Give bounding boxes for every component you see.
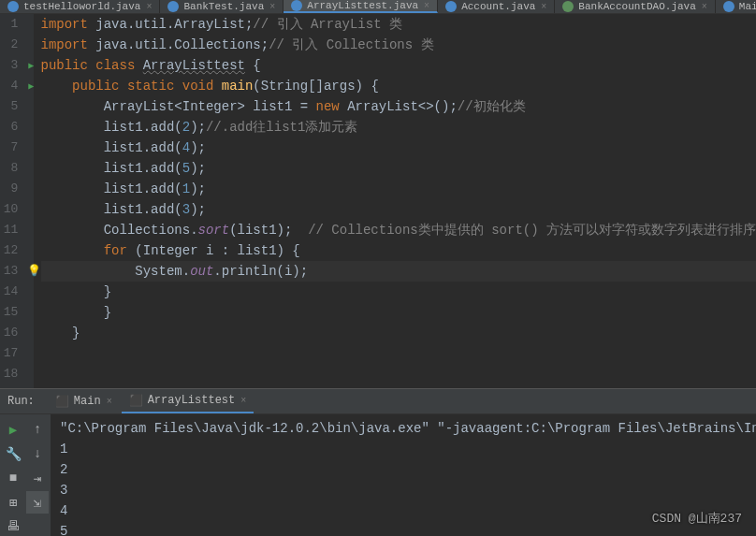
code-line[interactable]: Collections.sort(list1); // Collections类…	[41, 220, 757, 240]
interface-icon	[562, 1, 574, 12]
code-line[interactable]: }	[41, 282, 757, 302]
down-icon[interactable]: ↓	[26, 442, 49, 465]
run-tab[interactable]: ⬛ArrayListtest×	[122, 390, 254, 413]
close-icon[interactable]: ×	[702, 2, 707, 12]
code-line[interactable]: ArrayList<Integer> list1 = new ArrayList…	[41, 96, 757, 117]
line-number: 3	[0, 55, 18, 76]
class-icon	[291, 0, 302, 11]
tab-label: ArrayListtest.java	[307, 0, 418, 11]
line-number: 5	[0, 96, 18, 117]
code-line[interactable]: list1.add(4);	[41, 138, 757, 158]
code-line[interactable]	[41, 343, 757, 364]
line-number: 7	[0, 138, 18, 158]
layout-icon[interactable]: ⊞	[2, 491, 24, 514]
code-line[interactable]: public static void main(String[]args) {	[41, 76, 757, 96]
close-icon[interactable]: ×	[240, 396, 246, 406]
tab-label: testHelloworld.java	[23, 1, 140, 12]
run-panel-header: Run: ⬛Main×⬛ArrayListtest×	[0, 388, 756, 414]
run-panel-body: ▶ ↑ 🔧 ↓ ■ ⇥ ⊞ ⇲ 🖶 "C:\Program Files\Java…	[0, 414, 756, 536]
editor-tab[interactable]: Account.java×	[438, 0, 555, 13]
tab-label: Main.j	[739, 1, 756, 12]
line-number: 18	[0, 364, 18, 384]
run-tab[interactable]: ⬛Main×	[48, 390, 120, 413]
line-number: 4	[0, 76, 18, 96]
wrench-icon[interactable]: 🔧	[2, 442, 24, 465]
line-number: 11	[0, 220, 18, 240]
editor-tab[interactable]: testHelloworld.java×	[0, 0, 160, 13]
rerun-icon[interactable]: ▶	[2, 418, 24, 441]
code-line[interactable]: list1.add(5);	[41, 158, 757, 179]
code-line[interactable]: System.out.println(i);	[41, 261, 757, 282]
code-line[interactable]: }	[41, 323, 757, 343]
line-number: 1	[0, 14, 18, 35]
code-line[interactable]: list1.add(2);//.add往list1添加元素	[41, 117, 757, 138]
close-icon[interactable]: ×	[424, 1, 429, 11]
close-icon[interactable]: ×	[146, 2, 152, 12]
close-icon[interactable]: ×	[107, 397, 112, 407]
line-number: 17	[0, 343, 18, 364]
stop-icon[interactable]: ■	[2, 467, 24, 489]
line-number: 9	[0, 179, 18, 199]
editor-tab[interactable]: BankAccountDAO.java×	[555, 0, 715, 13]
code-editor: 123456789101112131415161718 ▶▶💡 import j…	[0, 14, 756, 388]
watermark: CSDN @山南237	[652, 510, 742, 527]
editor-tab[interactable]: ArrayListtest.java×	[284, 0, 438, 13]
wrap-icon[interactable]: ⇥	[26, 467, 49, 489]
print-icon[interactable]: 🖶	[2, 515, 24, 536]
class-icon	[167, 1, 179, 12]
line-number: 16	[0, 323, 18, 343]
run-label: Run:	[7, 395, 35, 408]
scroll-icon[interactable]: ⇲	[26, 491, 49, 514]
line-number: 14	[0, 282, 18, 302]
close-icon[interactable]: ×	[541, 2, 546, 12]
blank-icon	[26, 515, 49, 536]
code-line[interactable]: list1.add(3);	[41, 199, 757, 220]
line-numbers: 123456789101112131415161718	[0, 14, 25, 388]
run-tab-icon: ⬛	[129, 394, 143, 408]
run-toolbar: ▶ ↑ 🔧 ↓ ■ ⇥ ⊞ ⇲ 🖶	[0, 414, 51, 536]
code-line[interactable]: }	[41, 302, 757, 323]
class-icon	[7, 1, 19, 12]
editor-tab[interactable]: Main.j×	[716, 0, 756, 13]
line-number: 10	[0, 199, 18, 220]
code-line[interactable]	[41, 364, 757, 384]
code-line[interactable]: import java.util.Collections;// 引入 Colle…	[41, 35, 757, 55]
line-number: 8	[0, 158, 18, 179]
tab-label: Account.java	[461, 1, 535, 12]
run-tab-label: ArrayListtest	[148, 394, 236, 407]
code-line[interactable]: list1.add(1);	[41, 179, 757, 199]
editor-tab[interactable]: BankTest.java×	[160, 0, 284, 13]
code-area[interactable]: import java.util.ArrayList;// 引入 ArrayLi…	[34, 14, 757, 388]
line-number: 2	[0, 35, 18, 55]
run-tab-label: Main	[74, 395, 101, 408]
code-line[interactable]: import java.util.ArrayList;// 引入 ArrayLi…	[41, 14, 757, 35]
line-number: 15	[0, 302, 18, 323]
code-line[interactable]: public class ArrayListtest {	[41, 55, 757, 76]
tab-label: BankTest.java	[183, 1, 264, 12]
line-number: 12	[0, 240, 18, 261]
line-number: 6	[0, 117, 18, 138]
run-tab-icon: ⬛	[55, 395, 69, 409]
console-output[interactable]: "C:\Program Files\Java\jdk-12.0.2\bin\ja…	[51, 414, 756, 536]
tab-label: BankAccountDAO.java	[578, 1, 695, 12]
code-line[interactable]: for (Integer i : list1) {	[41, 240, 757, 261]
up-icon[interactable]: ↑	[26, 418, 49, 441]
close-icon[interactable]: ×	[269, 2, 275, 12]
line-number: 13	[0, 261, 18, 282]
class-icon	[445, 1, 457, 12]
editor-tabs: testHelloworld.java×BankTest.java×ArrayL…	[0, 0, 756, 14]
class-icon	[723, 1, 734, 12]
gutter-icons: ▶▶💡	[25, 14, 33, 388]
